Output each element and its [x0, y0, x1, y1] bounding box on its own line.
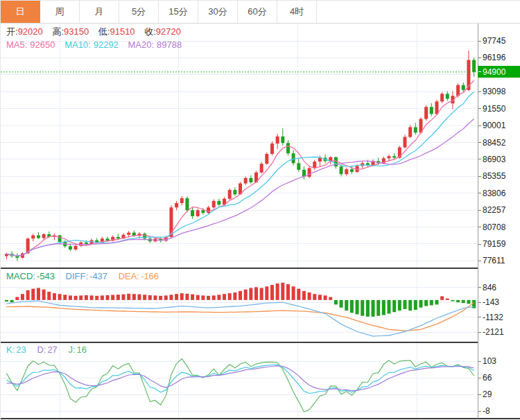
- axis-tick: [478, 159, 481, 159]
- macd-value: -543: [37, 271, 55, 281]
- price-axis-label: 91550: [478, 103, 505, 114]
- diff-label: DIFF:: [66, 271, 89, 281]
- price-axis-label: 77611: [478, 256, 505, 266]
- price-axis-label-text: 83806: [483, 189, 505, 198]
- axis-tick: [478, 317, 481, 317]
- price-axis-label-text: 93098: [483, 87, 505, 96]
- ohlc-info-row: 开:92020 高:93150 低:91510 收:92720: [6, 26, 188, 37]
- axis-tick: [478, 227, 481, 227]
- axis-tick: [478, 142, 481, 143]
- kdj-axis-label-text: 29: [483, 390, 492, 399]
- price-axis-label: 79159: [478, 239, 505, 250]
- price-axis-label: 97745: [478, 36, 505, 46]
- timeframe-tab-bar: 日周月5分15分30分60分4时: [1, 1, 520, 24]
- ma-info-row: MA5:92650 MA10:92292 MA20:89788: [6, 40, 189, 51]
- axis-tick: [478, 361, 481, 362]
- ma20-label: MA20:: [128, 40, 154, 50]
- axis-tick: [478, 332, 481, 333]
- ma20-value: 89788: [157, 40, 182, 50]
- price-macd-separator: [1, 268, 478, 269]
- axis-tick: [478, 378, 481, 378]
- current-price-value: 94900: [483, 67, 505, 77]
- macd-axis-label-text: -143: [483, 297, 499, 307]
- macd-axis-label: -1132: [478, 312, 503, 322]
- high-label: 高:: [52, 26, 64, 37]
- price-axis-label: 96196: [478, 53, 505, 63]
- price-axis-label-text: 96196: [483, 53, 505, 62]
- price-axis-label-text: 77611: [483, 256, 505, 265]
- d-value: 27: [47, 344, 57, 355]
- price-axis-label: 93098: [478, 87, 505, 97]
- price-axis-label: 82257: [478, 205, 505, 216]
- axis-tick: [478, 58, 481, 58]
- ma10-label: MA10:: [64, 40, 91, 50]
- price-axis-label: 88452: [478, 137, 505, 148]
- open-value: 92020: [18, 26, 43, 37]
- macd-info-row: MACD:-543 DIFF:-437 DEA:-166: [6, 271, 167, 282]
- k-label: K:: [6, 344, 15, 355]
- tab-timeframe-4[interactable]: 15分: [159, 1, 198, 23]
- close-label: 收:: [144, 26, 156, 37]
- tab-timeframe-0[interactable]: 日: [1, 1, 40, 23]
- price-axis-label-text: 85355: [483, 171, 505, 181]
- kdj-axis-label: 66: [478, 373, 492, 383]
- d-label: D:: [37, 344, 46, 355]
- macd-kdj-separator: [1, 342, 478, 343]
- trading-chart-app: 日周月5分15分30分60分4时 开:92020 高:93150 低:91510…: [0, 0, 520, 420]
- dea-value: -166: [141, 271, 159, 281]
- kdj-axis-label: 29: [478, 390, 492, 400]
- axis-tick: [478, 176, 481, 177]
- kdj-axis-label-text: 66: [483, 373, 492, 383]
- tab-timeframe-7[interactable]: 4时: [277, 1, 317, 23]
- price-axis-label-text: 90001: [483, 121, 505, 130]
- kdj-info-row: K:23 D:27 J:16: [6, 344, 95, 356]
- macd-axis-label-text: 846: [483, 283, 496, 292]
- j-value: 16: [77, 344, 87, 355]
- high-value: 93150: [64, 26, 89, 37]
- ma5-label: MA5:: [6, 40, 27, 50]
- dea-label: DEA:: [119, 271, 139, 281]
- price-axis-label-text: 88452: [483, 138, 505, 148]
- axis-tick: [478, 41, 481, 42]
- price-axis-label: 80708: [478, 222, 505, 232]
- macd-axis-label-text: -2121: [483, 327, 504, 337]
- price-axis-label: 90001: [478, 121, 505, 131]
- price-axis-label: 83806: [478, 188, 505, 198]
- diff-value: -437: [89, 271, 107, 281]
- axis-tick: [478, 210, 481, 211]
- tab-timeframe-5[interactable]: 30分: [198, 1, 238, 23]
- current-price-badge: 94900: [478, 66, 520, 78]
- axis-tick: [478, 244, 481, 245]
- price-candlestick-chart: [1, 24, 478, 268]
- price-axis-label-text: 86903: [483, 155, 505, 164]
- tab-timeframe-2[interactable]: 月: [80, 1, 119, 23]
- price-axis-label-text: 82257: [483, 205, 505, 215]
- axis-tick: [478, 108, 481, 109]
- macd-axis-label-text: -1132: [483, 313, 503, 322]
- kdj-axis-label: 103: [478, 356, 496, 367]
- j-label: J:: [68, 344, 75, 355]
- axis-tick: [478, 302, 481, 303]
- open-label: 开:: [6, 26, 18, 37]
- axis-tick: [478, 394, 481, 395]
- kdj-axis-label: -8: [478, 406, 490, 417]
- axis-tick: [478, 91, 481, 92]
- candles-layer: [5, 51, 476, 261]
- close-value: 92720: [156, 26, 181, 37]
- badge-tick: [478, 71, 481, 72]
- axis-tick: [478, 125, 481, 126]
- k-value: 23: [16, 344, 26, 355]
- kdj-axis-label-text: -8: [483, 406, 490, 416]
- axis-tick: [478, 287, 481, 288]
- axis-tick: [478, 411, 481, 412]
- price-axis-label-text: 80708: [483, 222, 505, 232]
- price-axis-label: 86903: [478, 154, 505, 164]
- axis-tick: [478, 193, 481, 193]
- tab-timeframe-1[interactable]: 周: [40, 1, 80, 23]
- axis-tick: [478, 261, 481, 261]
- ma10-value: 92292: [94, 40, 119, 50]
- tab-timeframe-6[interactable]: 60分: [238, 1, 277, 23]
- tab-timeframe-3[interactable]: 5分: [119, 1, 159, 23]
- macd-axis-label: -2121: [478, 327, 504, 338]
- bottom-border: [1, 418, 520, 419]
